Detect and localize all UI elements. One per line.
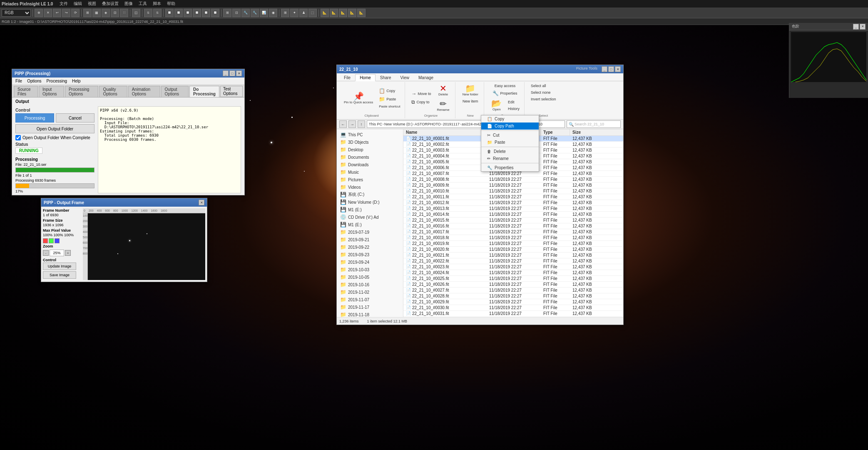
nav-up-btn[interactable]: ↑ [358,120,365,128]
sidebar-item-3dobjects[interactable]: 📁 3D Objects [337,138,403,146]
explorer-close[interactable]: ✕ [615,66,621,72]
ctx-properties[interactable]: 🔧 Properties [481,164,539,171]
col-header-size[interactable]: Size [570,129,603,135]
sidebar-item-thispc[interactable]: 💻 This PC [337,131,403,138]
paste-shortcut-btn[interactable]: Paste shortcut [377,104,402,109]
table-row[interactable]: 📄22_21_10_#0009.fit 11/18/2019 22:27 FIT… [403,182,623,188]
ctx-delete[interactable]: 🗑 Delete [481,148,539,155]
histogram-minimize[interactable]: _ [853,24,859,30]
select-all-btn[interactable]: Select all [529,83,558,89]
sidebar-item-pictures[interactable]: 📁 Pictures [337,176,403,183]
ribbon-tab-manage[interactable]: Manage [414,74,438,81]
table-row[interactable]: 📄22_21_10_#0027.fit 11/18/2019 22:27 FIT… [403,288,623,293]
sidebar-item-drive-c[interactable]: 💾 系统 (C:) [337,191,403,198]
table-row[interactable]: 📄22_21_10_#0014.fit 11/18/2019 22:27 FIT… [403,212,623,218]
zoom-increase[interactable]: + [65,250,71,256]
ctx-cut[interactable]: ✂ Cut [481,132,539,139]
sidebar-item-drive-e2[interactable]: 💾 M1 (E:) [337,221,403,228]
toolbar-btn-26[interactable]: ⊞ [281,9,289,17]
toolbar-btn-28[interactable]: ♟ [299,9,308,17]
sidebar-item-2019-10-05[interactable]: 📁 2019-10-05 [337,273,403,281]
pipp-tab-output-options[interactable]: Output Options [161,86,189,97]
ctx-paste[interactable]: 📁 Paste [481,139,539,146]
move-to-btn[interactable]: → Move to [409,90,433,98]
toolbar-btn-2[interactable]: ✕ [44,9,52,17]
rename-btn[interactable]: ✏ Rename [434,98,452,113]
toolbar-btn-32[interactable]: 📐 [339,9,347,17]
ribbon-tab-file[interactable]: File [339,74,355,81]
zoom-decrease[interactable]: - [43,250,49,256]
table-row[interactable]: 📄22_21_10_#0011.fit 11/18/2019 22:27 FIT… [403,194,623,200]
pipp-tab-quality[interactable]: Quality Options [99,86,127,97]
explorer-minimize[interactable]: _ [602,66,607,72]
table-row[interactable]: 📄22_21_10_#0007.fit 11/18/2019 22:27 FIT… [403,171,623,177]
toolbar-btn-23[interactable]: 🔧 [251,9,259,17]
toolbar-btn-9[interactable]: ⊡ [111,9,119,17]
search-box[interactable]: 🔍 Search 22_21_10 [567,120,621,128]
table-row[interactable]: 📄22_21_10_#0020.fit 11/18/2019 22:27 FIT… [403,247,623,252]
pipp-minimize[interactable]: _ [223,70,229,76]
ribbon-tab-view[interactable]: View [396,74,414,81]
toolbar-btn-17[interactable]: 🔲 [193,9,201,17]
table-row[interactable]: 📄22_21_10_#0008.fit 11/18/2019 22:27 FIT… [403,177,623,182]
toolbar-btn-3[interactable]: ↩ [53,9,61,17]
sidebar-item-videos[interactable]: 📁 Videos [337,183,403,191]
table-row[interactable]: 📄22_21_10_#0025.fit 11/18/2019 22:27 FIT… [403,276,623,282]
pipp-open-output-btn[interactable]: Open Output Folder [15,124,95,133]
sidebar-item-drive-e1[interactable]: 💾 M1 (E:) [337,206,403,213]
pin-to-quick-access-btn[interactable]: 📌 Pin to Quick access [341,91,376,105]
sidebar-item-2019-11-18[interactable]: 📁 2019-11-18 [337,311,403,317]
sidebar-item-desktop[interactable]: 📁 Desktop [337,146,403,153]
menu-edit[interactable]: 编辑 [71,1,85,7]
pipp-tab-processing[interactable]: Processing Options [65,86,98,97]
table-row[interactable]: 📄22_21_10_#0012.fit 11/18/2019 22:27 FIT… [403,200,623,206]
table-row[interactable]: 📄22_21_10_#0010.fit 11/18/2019 22:27 FIT… [403,188,623,194]
select-none-btn[interactable]: Select none [529,90,558,95]
history-btn[interactable]: History [506,106,522,112]
toolbar-btn-16[interactable]: 🔲 [184,9,192,17]
ctx-copy[interactable]: 📋 Copy [481,115,539,122]
menu-view[interactable]: 视图 [85,1,99,7]
menu-stack[interactable]: 叠加设置 [99,1,121,7]
pipp-processing-btn[interactable]: Processing [15,113,54,122]
paste-btn[interactable]: 📁 Paste [377,95,402,103]
histogram-close[interactable]: ✕ [860,24,866,30]
toolbar-btn-12[interactable]: S [144,9,152,17]
ribbon-tab-share[interactable]: Share [376,74,396,81]
pipp-menu-file[interactable]: File [14,79,24,83]
pipp-menu-help[interactable]: Help [70,79,82,83]
zoom-input[interactable] [50,250,64,256]
pipp-output-close[interactable]: ✕ [199,200,204,205]
col-header-type[interactable]: Type [541,129,570,135]
toolbar-btn-5[interactable]: ⟳ [71,9,80,17]
sidebar-item-2019-07-19[interactable]: 📁 2019-07-19 [337,228,403,236]
toolbar-btn-30[interactable]: 📐 [321,9,329,17]
sidebar-item-2019-11-17[interactable]: 📁 2019-11-17 [337,303,403,311]
toolbar-btn-18[interactable]: 🔲 [202,9,210,17]
toolbar-btn-25[interactable]: ◉ [269,9,277,17]
toolbar-btn-10[interactable]: ∷ [120,9,128,17]
menu-tools[interactable]: 工具 [136,1,149,7]
sidebar-item-2019-09-23[interactable]: 📁 2019-09-23 [337,251,403,258]
save-image-btn[interactable]: Save Image [43,271,76,279]
copy-btn[interactable]: 📋 Copy [377,87,402,95]
menu-help[interactable]: 帮助 [164,1,178,7]
toolbar-btn-34[interactable]: 📐 [357,9,366,17]
table-row[interactable]: 📄22_21_10_#0022.fit 11/18/2019 22:27 FIT… [403,258,623,264]
toolbar-btn-7[interactable]: ▦ [92,9,101,17]
delete-btn[interactable]: ✕ Delete [434,83,452,98]
open-btn[interactable]: 📂 Open [488,98,505,112]
table-row[interactable]: 📄22_21_10_#0013.fit 11/18/2019 22:27 FIT… [403,206,623,212]
pipp-tab-animation[interactable]: Animation Options [128,86,160,97]
toolbar-btn-14[interactable]: 🔲 [165,9,174,17]
toolbar-btn-6[interactable]: ⊞ [83,9,92,17]
nav-back-btn[interactable]: ← [339,120,347,128]
menu-image[interactable]: 图像 [122,1,135,7]
pipp-tab-source[interactable]: Source Files [14,86,38,97]
sidebar-item-2019-11-02[interactable]: 📁 2019-11-02 [337,288,403,296]
nav-forward-btn[interactable]: → [348,120,356,128]
toolbar-btn-1[interactable]: ⊕ [35,9,43,17]
toolbar-btn-29[interactable]: ⬚ [308,9,317,17]
new-item-btn[interactable]: New item [460,98,480,104]
pipp-menu-options[interactable]: Options [25,79,43,83]
